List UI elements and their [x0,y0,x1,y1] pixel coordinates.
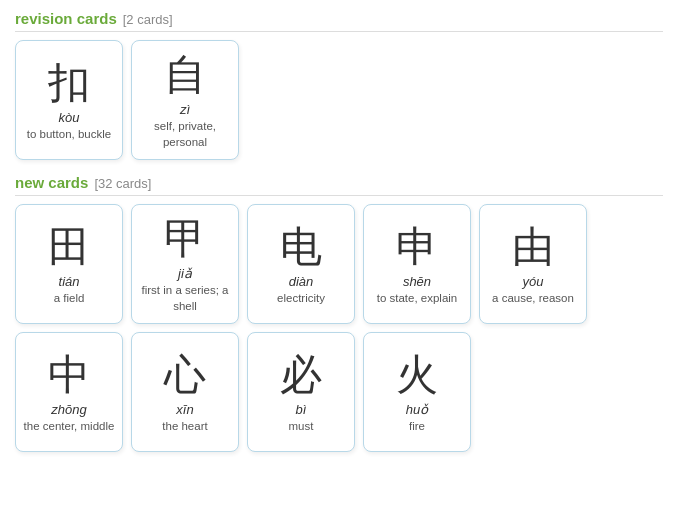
new-cards-row: 田tiána field甲jiǎfirst in a series; a she… [15,204,663,452]
card-meaning: the heart [162,419,207,435]
card-pinyin: yóu [523,274,544,289]
flash-card[interactable]: 电diànelectricity [247,204,355,324]
card-pinyin: zì [180,102,190,117]
card-pinyin: zhōng [51,402,86,417]
new-section-title: new cards [15,174,88,191]
revision-cards-row: 扣kòuto button, buckle自zìself, private, p… [15,40,663,160]
flash-card[interactable]: 扣kòuto button, buckle [15,40,123,160]
card-character: 中 [48,352,90,398]
flash-card[interactable]: 必bìmust [247,332,355,452]
card-character: 火 [396,352,438,398]
flash-card[interactable]: 甲jiǎfirst in a series; a shell [131,204,239,324]
card-meaning: self, private, personal [138,119,232,150]
card-character: 心 [164,352,206,398]
revision-section-title: revision cards [15,10,117,27]
card-pinyin: kòu [59,110,80,125]
flash-card[interactable]: 心xīnthe heart [131,332,239,452]
card-meaning: first in a series; a shell [138,283,232,314]
card-pinyin: huǒ [406,402,428,417]
card-character: 必 [280,352,322,398]
card-pinyin: diàn [289,274,314,289]
card-pinyin: xīn [176,402,193,417]
card-meaning: a field [54,291,85,307]
card-character: 扣 [48,60,90,106]
revision-section-header: revision cards [2 cards] [15,10,663,32]
card-pinyin: tián [59,274,80,289]
card-meaning: the center, middle [24,419,115,435]
card-character: 电 [280,224,322,270]
card-pinyin: shēn [403,274,431,289]
card-character: 甲 [164,216,206,262]
card-pinyin: jiǎ [178,266,192,281]
new-section-count: [32 cards] [94,176,151,191]
new-section-header: new cards [32 cards] [15,174,663,196]
card-pinyin: bì [296,402,307,417]
card-character: 自 [164,52,206,98]
flash-card[interactable]: 田tiána field [15,204,123,324]
card-character: 由 [512,224,554,270]
card-meaning: a cause, reason [492,291,574,307]
flash-card[interactable]: 火huǒfire [363,332,471,452]
card-character: 田 [48,224,90,270]
card-meaning: must [289,419,314,435]
card-meaning: to state, explain [377,291,458,307]
flash-card[interactable]: 中zhōngthe center, middle [15,332,123,452]
flash-card[interactable]: 由yóua cause, reason [479,204,587,324]
card-meaning: fire [409,419,425,435]
card-meaning: electricity [277,291,325,307]
card-meaning: to button, buckle [27,127,111,143]
flash-card[interactable]: 申shēnto state, explain [363,204,471,324]
flash-card[interactable]: 自zìself, private, personal [131,40,239,160]
revision-section-count: [2 cards] [123,12,173,27]
card-character: 申 [396,224,438,270]
